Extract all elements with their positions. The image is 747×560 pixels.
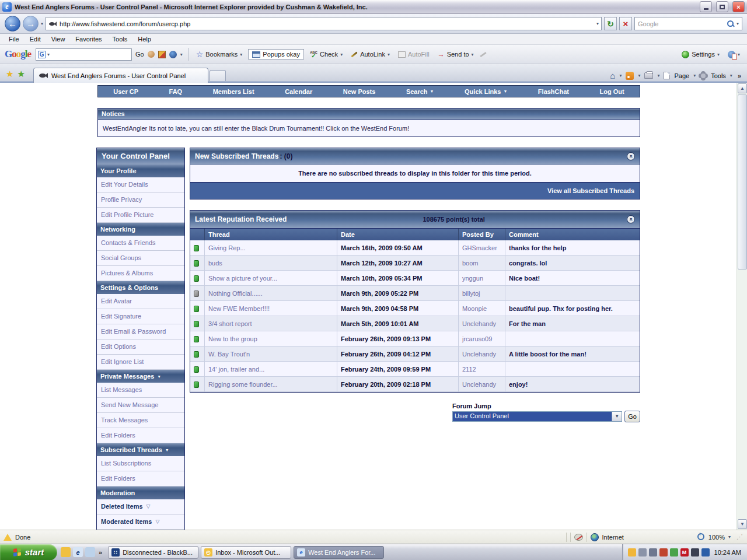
thread-link[interactable]: 14' jon, trailer and...	[205, 362, 337, 377]
sidebar-item-edit-profile-picture[interactable]: Edit Profile Picture	[97, 208, 184, 223]
menu-tools[interactable]: Tools	[107, 34, 133, 44]
sidebar-item-moderated-items[interactable]: Moderated Items▽	[97, 514, 184, 530]
highlighter-icon[interactable]	[480, 51, 487, 57]
media-icon[interactable]	[659, 548, 668, 556]
taskbar-window-inbox-microsoft-out[interactable]: ◴Inbox - Microsoft Out...	[201, 546, 291, 559]
thread-link[interactable]: Show a picture of your...	[205, 271, 337, 286]
new-tab-button[interactable]	[210, 70, 226, 83]
mcafee-icon[interactable]: M	[680, 548, 689, 556]
menu-file[interactable]: File	[4, 34, 25, 44]
menu-edit[interactable]: Edit	[25, 34, 46, 44]
gear-icon[interactable]	[700, 72, 707, 79]
page-icon[interactable]	[664, 72, 670, 79]
sidebar-item-social-groups[interactable]: Social Groups	[97, 251, 184, 266]
nav-item-members-list[interactable]: Members List	[213, 88, 254, 95]
go-button[interactable]: Go	[624, 411, 640, 422]
printer-icon[interactable]	[691, 548, 699, 556]
view-all-subscribed-link[interactable]: View all Subscribed Threads	[547, 187, 634, 194]
google-go-button[interactable]: Go	[135, 51, 144, 58]
nav-item-quick-links[interactable]: Quick Links▼	[465, 88, 507, 95]
search-input[interactable]: Google ▾	[634, 17, 742, 30]
autofill-button[interactable]: AutoFill	[396, 50, 432, 59]
sidebar-item-deleted-items[interactable]: Deleted Items▽	[97, 499, 184, 514]
posted-by-link[interactable]: Unclehandy	[459, 316, 505, 331]
scrollbar-thumb[interactable]	[738, 94, 747, 270]
nav-item-flashchat[interactable]: FlashChat	[538, 88, 569, 95]
settings-button[interactable]: Settings ▾	[679, 50, 722, 60]
messenger-icon[interactable]	[670, 548, 678, 556]
collapse-triangle-icon[interactable]: ▽	[146, 499, 151, 514]
posted-by-link[interactable]: GHSmacker	[459, 240, 505, 256]
posted-by-link[interactable]: Unclehandy	[459, 346, 505, 362]
sidebar-item-edit-folders[interactable]: Edit Folders	[97, 471, 184, 487]
close-button[interactable]: ×	[732, 1, 745, 12]
messenger-icon[interactable]	[85, 547, 95, 557]
clock-icon[interactable]	[628, 548, 636, 556]
chevron-down-icon[interactable]: ▾	[693, 73, 696, 78]
chevron-down-icon[interactable]: ▾	[730, 73, 732, 78]
thread-link[interactable]: Giving Rep...	[205, 240, 337, 256]
search-chevron-icon[interactable]: ▾	[736, 21, 739, 26]
nav-item-user-cp[interactable]: User CP	[113, 88, 138, 95]
posted-by-link[interactable]: ynggun	[459, 271, 505, 286]
chevron-down-icon[interactable]: ▼	[165, 444, 169, 456]
quick-launch-overflow-button[interactable]: »	[99, 549, 102, 556]
sidebar-item-edit-avatar[interactable]: Edit Avatar	[97, 294, 184, 309]
nav-item-new-posts[interactable]: New Posts	[343, 88, 376, 95]
outlook-clock-icon[interactable]	[61, 547, 71, 557]
sidebar-item-track-messages[interactable]: Track Messages	[97, 413, 184, 428]
forum-jump-select[interactable]: User Control Panel ▼	[452, 411, 622, 422]
earth-icon[interactable]	[169, 51, 177, 58]
scroll-up-button[interactable]: ▲	[738, 83, 747, 93]
sidebar-item-edit-ignore-list[interactable]: Edit Ignore List	[97, 355, 184, 370]
search-icon[interactable]	[727, 20, 734, 27]
sidebar-item-profile-privacy[interactable]: Profile Privacy	[97, 192, 184, 208]
history-chevron-icon[interactable]: ▾	[41, 21, 43, 26]
favorites-star-icon[interactable]: ★	[6, 69, 13, 79]
menu-help[interactable]: Help	[132, 34, 156, 44]
nav-item-log-out[interactable]: Log Out	[600, 88, 624, 95]
print-icon[interactable]	[644, 72, 653, 79]
taskbar-window-west-end-anglers-for[interactable]: eWest End Anglers For...	[294, 546, 384, 559]
privacy-eye-icon[interactable]	[574, 534, 583, 541]
thread-link[interactable]: Nothing Official......	[205, 286, 337, 301]
send-to-button[interactable]: → Send to ▾	[435, 49, 476, 60]
rss-feed-icon[interactable]	[626, 72, 634, 80]
zoom-icon[interactable]	[697, 533, 705, 541]
thread-link[interactable]: buds	[205, 256, 337, 271]
sidebar-item-edit-options[interactable]: Edit Options	[97, 340, 184, 355]
collapse-icon[interactable]: «	[627, 152, 635, 160]
add-favorite-icon[interactable]: ★	[17, 69, 25, 79]
chevron-down-icon[interactable]: ▼	[157, 370, 161, 383]
orb-icon[interactable]	[148, 51, 155, 58]
forward-button[interactable]: →	[23, 16, 39, 32]
thread-link[interactable]: W. Bay Trout'n	[205, 346, 337, 362]
chevron-down-icon[interactable]: ▾	[47, 52, 50, 57]
collapse-triangle-icon[interactable]: ▽	[155, 514, 159, 529]
posted-by-link[interactable]: 2112	[459, 362, 505, 377]
nav-item-faq[interactable]: FAQ	[169, 88, 183, 95]
chevron-down-icon[interactable]: ▾	[638, 73, 640, 78]
posted-by-link[interactable]: boom	[459, 256, 505, 271]
back-button[interactable]: ←	[5, 16, 20, 32]
scroll-down-button[interactable]: ▼	[738, 519, 747, 529]
url-input[interactable]: http://www.fishwestend.com/forum/usercp.…	[46, 17, 602, 30]
google-search-input[interactable]: G ▾	[36, 48, 132, 61]
spellcheck-button[interactable]: ABC✓ Check ▾	[308, 50, 345, 59]
sidebar-item-list-subscriptions[interactable]: List Subscriptions	[97, 456, 184, 471]
select-chevron-icon[interactable]: ▼	[612, 412, 622, 421]
stop-button[interactable]: ×	[619, 17, 632, 30]
posted-by-link[interactable]: Unclehandy	[459, 377, 505, 392]
collapse-icon[interactable]: «	[627, 215, 635, 223]
thread-link[interactable]: 3/4 short report	[205, 316, 337, 331]
minimize-button[interactable]	[700, 1, 712, 12]
menu-view[interactable]: View	[46, 34, 71, 44]
thread-link[interactable]: New to the group	[205, 331, 337, 346]
sidebar-item-edit-your-details[interactable]: Edit Your Details	[97, 177, 184, 192]
autolink-button[interactable]: AutoLink ▾	[348, 50, 392, 59]
vertical-scrollbar[interactable]: ▲ ▼	[736, 83, 747, 530]
nav-item-calendar[interactable]: Calendar	[285, 88, 312, 95]
sidebar-item-pictures-albums[interactable]: Pictures & Albums	[97, 266, 184, 281]
bookmarks-button[interactable]: ☆ Bookmarks ▾	[194, 48, 245, 60]
sidebar-item-send-new-message[interactable]: Send New Message	[97, 398, 184, 413]
